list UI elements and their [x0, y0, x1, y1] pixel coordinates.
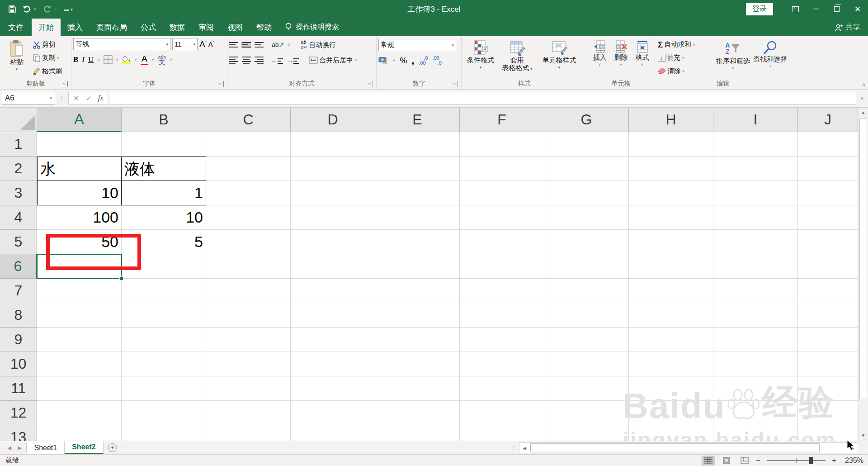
align-right-icon[interactable]: [255, 57, 264, 64]
cell-H8[interactable]: [629, 303, 713, 328]
cell-F12[interactable]: [460, 401, 544, 425]
zoom-slider-thumb[interactable]: [809, 457, 813, 464]
column-header-I[interactable]: I: [713, 108, 798, 132]
cell-D13[interactable]: [291, 425, 375, 441]
delete-cells-button[interactable]: 删除˅: [610, 38, 632, 69]
tab-数据[interactable]: 数据: [163, 19, 192, 36]
row-header-11[interactable]: 11: [0, 376, 37, 401]
cell-A13[interactable]: [37, 425, 122, 441]
font-color-button[interactable]: A: [141, 54, 148, 65]
cell-A11[interactable]: [37, 376, 122, 401]
cell-C9[interactable]: [206, 328, 291, 352]
cell-B4[interactable]: 10: [122, 205, 206, 230]
cell-C5[interactable]: [206, 230, 291, 254]
column-header-B[interactable]: B: [122, 108, 206, 132]
tab-开始[interactable]: 开始: [32, 19, 61, 36]
select-all-corner[interactable]: [0, 108, 37, 132]
cell-D2[interactable]: [291, 157, 375, 181]
cell-I6[interactable]: [713, 254, 798, 279]
cell-A7[interactable]: [37, 279, 122, 303]
cell-J2[interactable]: [798, 157, 858, 181]
cell-H7[interactable]: [629, 279, 713, 303]
tab-帮助[interactable]: 帮助: [250, 19, 278, 36]
row-header-4[interactable]: 4: [0, 205, 37, 230]
undo-dropdown-icon[interactable]: ˅: [33, 7, 39, 12]
cell-J7[interactable]: [798, 279, 858, 303]
new-sheet-button[interactable]: +: [104, 441, 122, 454]
cell-A10[interactable]: [37, 352, 122, 376]
cell-E2[interactable]: [375, 157, 460, 181]
decrease-indent-icon[interactable]: ←: [271, 57, 283, 64]
align-bottom-icon[interactable]: [255, 42, 264, 48]
cell-E3[interactable]: [375, 181, 460, 205]
cell-I13[interactable]: [713, 425, 798, 441]
cell-A12[interactable]: [37, 401, 122, 425]
row-header-1[interactable]: 1: [0, 132, 37, 157]
cell-H12[interactable]: [629, 401, 713, 425]
tab-插入[interactable]: 插入: [61, 19, 90, 36]
insert-cells-button[interactable]: 插入˅: [589, 38, 610, 69]
sheet-prev-icon[interactable]: ◀: [7, 445, 11, 451]
cell-G12[interactable]: [544, 401, 629, 425]
cell-D7[interactable]: [291, 279, 375, 303]
tab-公式[interactable]: 公式: [134, 19, 163, 36]
formula-bar-splitter[interactable]: ⋮: [57, 95, 66, 102]
scroll-left-icon[interactable]: ◀: [519, 446, 529, 451]
cell-I7[interactable]: [713, 279, 798, 303]
cell-I8[interactable]: [713, 303, 798, 328]
cell-F1[interactable]: [460, 132, 544, 157]
tab-审阅[interactable]: 审阅: [192, 19, 221, 36]
cell-D1[interactable]: [291, 132, 375, 157]
paste-dropdown-icon[interactable]: ▾: [16, 66, 18, 73]
restore-button[interactable]: [826, 0, 847, 18]
scroll-down-icon[interactable]: ▼: [859, 431, 868, 441]
cell-I9[interactable]: [713, 328, 798, 352]
cell-E11[interactable]: [375, 376, 460, 401]
vertical-scrollbar[interactable]: ▲ ▼: [858, 108, 868, 441]
cell-F13[interactable]: [460, 425, 544, 441]
cell-J4[interactable]: [798, 205, 858, 230]
cell-H13[interactable]: [629, 425, 713, 441]
autosum-button[interactable]: Σ 自动求和˅: [657, 39, 714, 51]
copy-dropdown-icon[interactable]: ˅: [57, 56, 59, 60]
column-header-F[interactable]: F: [460, 108, 544, 132]
vertical-scroll-thumb[interactable]: [859, 119, 867, 399]
cell-H11[interactable]: [629, 376, 713, 401]
cell-C11[interactable]: [206, 376, 291, 401]
cell-D4[interactable]: [291, 205, 375, 230]
align-left-icon[interactable]: [229, 57, 238, 64]
customize-toolbar-icon[interactable]: ▬: [64, 7, 70, 12]
cell-A2[interactable]: 水: [37, 157, 122, 181]
cell-B9[interactable]: [122, 328, 206, 352]
row-header-8[interactable]: 8: [0, 303, 37, 328]
underline-button[interactable]: U: [88, 55, 94, 64]
borders-icon[interactable]: [104, 55, 113, 64]
cell-D6[interactable]: [291, 254, 375, 279]
cell-B11[interactable]: [122, 376, 206, 401]
cell-D10[interactable]: [291, 352, 375, 376]
font-dialog-launcher-icon[interactable]: ↘: [217, 81, 224, 87]
cell-H2[interactable]: [629, 157, 713, 181]
sheet-tab-Sheet2[interactable]: Sheet2: [65, 441, 103, 454]
merge-dropdown-icon[interactable]: ˅: [354, 58, 357, 62]
phonetic-guide-button[interactable]: wén 文: [158, 55, 166, 65]
align-middle-icon[interactable]: [242, 42, 251, 48]
tab-split-handle[interactable]: ⋮: [511, 445, 516, 451]
cell-I12[interactable]: [713, 401, 798, 425]
sheet-tab-Sheet1[interactable]: Sheet1: [27, 441, 65, 454]
cell-C1[interactable]: [206, 132, 291, 157]
cell-C7[interactable]: [206, 279, 291, 303]
italic-button[interactable]: I: [82, 55, 85, 64]
column-header-E[interactable]: E: [375, 108, 460, 132]
cell-J12[interactable]: [798, 401, 858, 425]
customize-toolbar-caret-icon[interactable]: ▾: [71, 7, 76, 12]
cell-J1[interactable]: [798, 132, 858, 157]
cell-B13[interactable]: [122, 425, 206, 441]
cell-J9[interactable]: [798, 328, 858, 352]
cell-E13[interactable]: [375, 425, 460, 441]
cell-C10[interactable]: [206, 352, 291, 376]
cell-G6[interactable]: [544, 254, 629, 279]
format-painter-button[interactable]: 格式刷: [32, 65, 63, 77]
cell-C13[interactable]: [206, 425, 291, 441]
find-select-button[interactable]: 查找和选择˅: [752, 38, 789, 71]
